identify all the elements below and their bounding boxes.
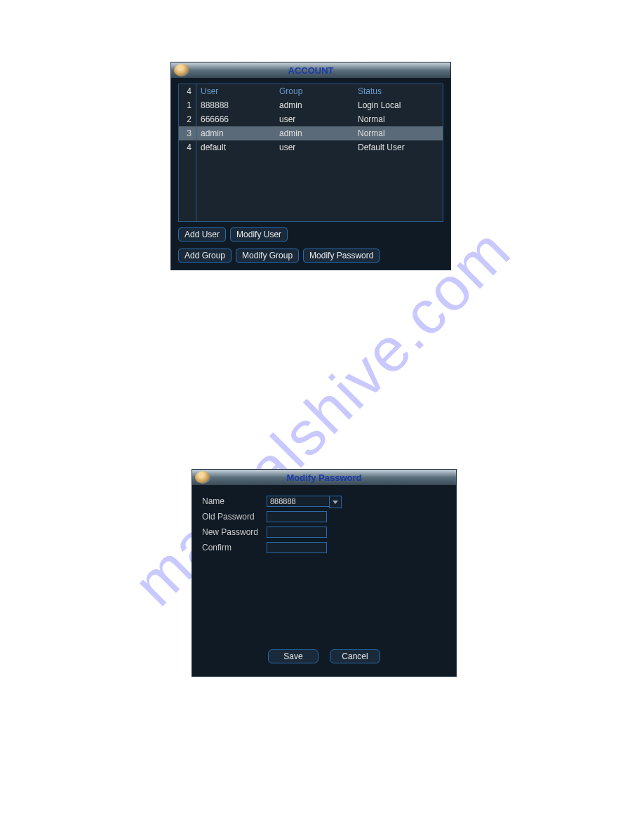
account-body: 4 1 2 3 4 User Group Status 888888 admin…	[171, 78, 450, 270]
table-header-row: User Group Status	[196, 84, 443, 98]
name-value: 888888	[270, 497, 296, 505]
table-row[interactable]: 888888 admin Login Local	[196, 98, 443, 112]
name-select[interactable]: 888888	[267, 496, 330, 507]
row-number: 2	[179, 112, 196, 126]
cell-status: Default User	[354, 140, 443, 154]
modify-password-titlebar: Modify Password	[192, 470, 456, 485]
col-status-header: Status	[354, 84, 443, 98]
cell-group: user	[275, 140, 354, 154]
old-password-row: Old Password	[202, 509, 446, 524]
new-password-label: New Password	[202, 527, 267, 537]
modify-password-body: Name 888888 Old Password New Password Co…	[192, 485, 456, 676]
cell-user: default	[196, 140, 275, 154]
modify-password-dialog: Modify Password Name 888888 Old Password…	[192, 469, 457, 677]
name-label: Name	[202, 496, 267, 506]
modify-password-actions: Save Cancel	[202, 649, 446, 669]
cell-status: Login Local	[354, 98, 443, 112]
cell-status: Normal	[354, 112, 443, 126]
old-password-label: Old Password	[202, 512, 267, 522]
modify-password-button[interactable]: Modify Password	[303, 249, 380, 263]
cell-group: admin	[275, 126, 354, 140]
save-button[interactable]: Save	[268, 649, 318, 663]
new-password-row: New Password	[202, 524, 446, 540]
account-title: ACCOUNT	[171, 65, 450, 76]
new-password-field[interactable]	[267, 527, 327, 538]
chevron-down-icon[interactable]	[329, 496, 342, 508]
add-group-button[interactable]: Add Group	[178, 249, 232, 263]
row-number: 3	[179, 126, 196, 140]
cell-group: admin	[275, 98, 354, 112]
cell-user: 888888	[196, 98, 275, 112]
row-number: 4	[179, 140, 196, 154]
confirm-field[interactable]	[267, 542, 327, 553]
col-group-header: Group	[275, 84, 354, 98]
cancel-button[interactable]: Cancel	[330, 649, 380, 663]
user-table: 4 1 2 3 4 User Group Status 888888 admin…	[178, 84, 443, 222]
row-count-header: 4	[179, 84, 196, 98]
add-user-button[interactable]: Add User	[178, 227, 226, 241]
confirm-row: Confirm	[202, 540, 446, 555]
account-titlebar: ACCOUNT	[171, 62, 450, 78]
col-user-header: User	[196, 84, 275, 98]
cell-user: admin	[196, 126, 275, 140]
row-number-column: 4 1 2 3 4	[179, 84, 196, 221]
user-buttons-row: Add User Modify User	[178, 226, 443, 243]
modify-user-button[interactable]: Modify User	[230, 227, 288, 241]
cell-status: Normal	[354, 126, 443, 140]
modify-group-button[interactable]: Modify Group	[236, 249, 299, 263]
cell-group: user	[275, 112, 354, 126]
cell-user: 666666	[196, 112, 275, 126]
table-row[interactable]: admin admin Normal	[196, 126, 443, 140]
account-dialog: ACCOUNT 4 1 2 3 4 User Group Status 8888…	[170, 62, 451, 270]
old-password-field[interactable]	[267, 511, 327, 522]
data-columns: User Group Status 888888 admin Login Loc…	[196, 84, 443, 221]
modify-password-title: Modify Password	[192, 472, 456, 483]
name-row: Name 888888	[202, 494, 446, 509]
table-row[interactable]: default user Default User	[196, 140, 443, 154]
confirm-label: Confirm	[202, 543, 267, 552]
row-number: 1	[179, 98, 196, 112]
table-row[interactable]: 666666 user Normal	[196, 112, 443, 126]
group-buttons-row: Add Group Modify Group Modify Password	[178, 247, 443, 264]
